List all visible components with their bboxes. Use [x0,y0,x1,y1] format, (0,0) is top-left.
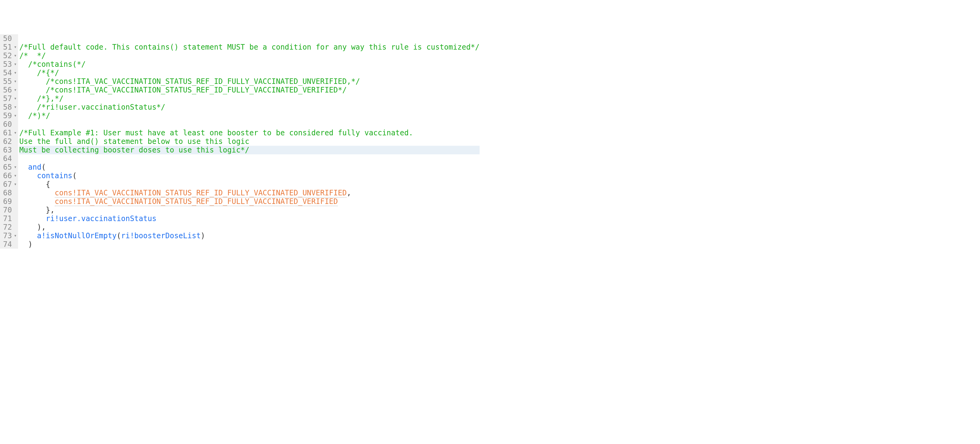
code-line[interactable] [19,120,480,129]
code-line[interactable]: a!isNotNullOrEmpty(ri!boosterDoseList) [19,231,480,240]
line-number: 70 [3,206,16,214]
line-number: 67▼ [3,180,16,189]
code-token: and [28,163,41,172]
code-token [19,197,55,206]
code-token [19,240,28,249]
line-number: 60 [3,120,16,129]
fold-toggle-icon[interactable]: ▼ [13,163,16,172]
code-token: cons!ITA_VAC_VACCINATION_STATUS_REF_ID_F… [55,197,338,206]
line-number: 55▼ [3,77,16,86]
line-number-text: 53 [3,60,12,68]
line-number-text: 60 [3,120,12,129]
fold-toggle-icon[interactable]: ▼ [13,60,16,68]
line-number: 71 [3,214,16,223]
code-token: Use the full and() statement below to us… [19,137,249,146]
code-token: /* */ [19,51,46,60]
code-line[interactable]: /*Full Example #1: User must have at lea… [19,129,480,137]
line-number: 59▼ [3,111,16,120]
code-line[interactable]: /*{*/ [19,68,480,77]
code-token: ) [28,240,32,249]
code-line[interactable]: cons!ITA_VAC_VACCINATION_STATUS_REF_ID_F… [19,197,480,206]
code-line[interactable]: /*Full default code. This contains() sta… [19,43,480,51]
line-number: 52▼ [3,51,16,60]
line-number: 61▼ [3,129,16,137]
line-number: 65▼ [3,163,16,172]
line-number: 53▼ [3,60,16,68]
code-line[interactable]: /*},*/ [19,94,480,103]
code-line[interactable]: cons!ITA_VAC_VACCINATION_STATUS_REF_ID_F… [19,189,480,197]
code-token: ri!boosterDoseList [121,231,200,240]
line-number-text: 63 [3,146,12,154]
line-number-text: 68 [3,189,12,197]
fold-toggle-icon[interactable]: ▼ [13,68,16,77]
code-line[interactable]: ) [19,240,480,249]
code-token: ri!user.vaccinationStatus [46,214,156,223]
code-line[interactable]: /* */ [19,51,480,60]
code-token: /*)*/ [19,111,50,120]
code-line[interactable]: ), [19,223,480,231]
code-token [19,189,55,197]
fold-toggle-icon[interactable]: ▼ [13,103,16,111]
fold-toggle-icon[interactable]: ▼ [13,94,16,103]
fold-toggle-icon[interactable]: ▼ [13,86,16,94]
code-token [19,231,37,240]
code-token: /*contains(*/ [19,60,86,68]
code-editor[interactable]: 5051▼52▼53▼54▼55▼56▼57▼58▼59▼6061▼626364… [0,34,980,249]
line-number-text: 66 [3,172,12,180]
line-number-text: 73 [3,231,12,240]
code-line[interactable]: ri!user.vaccinationStatus [19,214,480,223]
code-token: ( [41,163,46,172]
code-token: /*Full default code. This contains() sta… [19,43,480,51]
code-line[interactable]: /*)*/ [19,111,480,120]
code-line[interactable]: Must be collecting booster doses to use … [19,146,480,154]
code-line[interactable]: { [19,180,480,189]
code-token: }, [46,206,55,214]
code-line[interactable]: /*contains(*/ [19,60,480,68]
code-token: ) [200,231,205,240]
code-token [19,214,46,223]
line-number: 72 [3,223,16,231]
code-token: /*cons!ITA_VAC_VACCINATION_STATUS_REF_ID… [19,86,347,94]
fold-toggle-icon[interactable]: ▼ [13,129,16,137]
code-token: ( [117,231,121,240]
line-number: 73▼ [3,231,16,240]
fold-toggle-icon[interactable]: ▼ [13,77,16,86]
code-line[interactable]: /*ri!user.vaccinationStatus*/ [19,103,480,111]
code-token [19,172,37,180]
line-number-text: 56 [3,86,12,94]
line-number-text: 50 [3,34,12,43]
code-token: /*cons!ITA_VAC_VACCINATION_STATUS_REF_ID… [19,77,360,86]
fold-toggle-icon[interactable]: ▼ [13,51,16,60]
fold-toggle-icon[interactable]: ▼ [13,43,16,51]
line-number: 54▼ [3,68,16,77]
line-number-text: 54 [3,68,12,77]
line-number: 57▼ [3,94,16,103]
fold-toggle-icon[interactable]: ▼ [13,180,16,189]
line-number-text: 71 [3,214,12,223]
fold-toggle-icon[interactable]: ▼ [13,231,16,240]
line-number-text: 55 [3,77,12,86]
code-line[interactable]: /*cons!ITA_VAC_VACCINATION_STATUS_REF_ID… [19,77,480,86]
code-area[interactable]: /*Full default code. This contains() sta… [18,34,480,249]
code-line[interactable]: /*cons!ITA_VAC_VACCINATION_STATUS_REF_ID… [19,86,480,94]
code-line[interactable]: and( [19,163,480,172]
code-token: Must be collecting booster doses to use … [19,146,249,154]
line-number-text: 62 [3,137,12,146]
fold-toggle-icon[interactable]: ▼ [13,111,16,120]
fold-toggle-icon[interactable]: ▼ [13,172,16,180]
code-line[interactable] [19,34,480,43]
line-number-text: 51 [3,43,12,51]
code-line[interactable]: }, [19,206,480,214]
line-number-text: 67 [3,180,12,189]
line-number: 64 [3,154,16,163]
code-line[interactable]: Use the full and() statement below to us… [19,137,480,146]
code-line[interactable]: contains( [19,172,480,180]
line-number: 63 [3,146,16,154]
line-number-text: 69 [3,197,12,206]
code-token: , [347,189,351,197]
code-line[interactable] [19,154,480,163]
line-number-text: 64 [3,154,12,163]
code-token [19,163,28,172]
code-token: /*Full Example #1: User must have at lea… [19,129,413,137]
line-number: 56▼ [3,86,16,94]
